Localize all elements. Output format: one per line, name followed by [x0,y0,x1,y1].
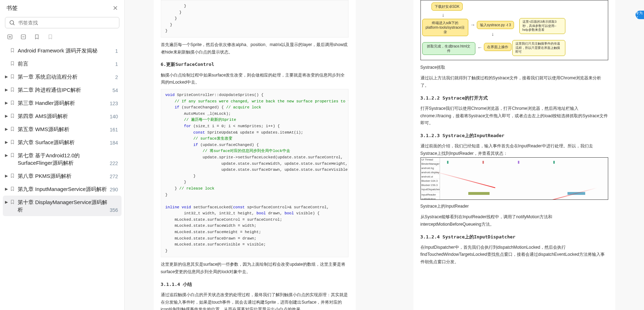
paragraph: 在InputDispatcher中，首先我们会执行到dispatchMotion… [420,244,608,266]
flow-node: 抓取完成，生成trace.html文件 [422,42,475,55]
toc-label: 第八章 PKMS源码解析 [18,172,110,180]
bookmark-icon[interactable] [33,33,40,40]
toc-label: 第一章 系统启动流程分析 [18,73,115,80]
toc-page-number: 1 [115,48,118,54]
add-bookmark-icon[interactable] [6,33,13,40]
chevron-right-icon[interactable]: ▶ [5,74,10,79]
toc-page-number: 184 [110,140,118,146]
toc-page-number: 140 [110,114,118,119]
toc-item[interactable]: ▶第一章 系统启动流程分析2 [3,70,122,83]
toc-label: 第五章 WMS源码解析 [18,125,110,133]
toc-label: 第七章 基于Android12.0的SurfaceFlinger源码解析 [18,152,110,167]
heading: 3.1.2.4 Systrace上的InputDispatcher [420,233,608,241]
paragraph: 通过追踪触摸小白点的开关状态改变的处理过程，最终我们了解到触摸小白点的实现原理：… [161,291,349,310]
bookmark-icon [10,87,16,94]
bookmark-icon [10,61,16,67]
svg-point-0 [10,21,14,24]
bookmark-toolbar [0,32,124,44]
toc-item[interactable]: ▶第九章 InputManagerService源码解析290 [3,182,122,196]
toc-item[interactable]: ▶第六章 Surface源码解析184 [3,136,122,149]
bookmark-icon [10,47,16,54]
bookmark-icon [10,186,16,193]
bookmark-outline-icon[interactable] [47,33,54,40]
toc-item[interactable]: ▶第二章 跨进程通信IPC解析54 [3,83,122,96]
paragraph: 从Systrace能够看到在InputReader线程中，调用了notifyMo… [420,213,608,228]
toc-page-number: 272 [110,174,118,179]
toc-item[interactable]: ▶前言1 [3,57,122,70]
bookmark-icon [10,100,16,107]
toc-item[interactable]: ▶第七章 基于Android12.0的SurfaceFlinger源码解析222 [3,149,122,169]
bookmark-icon [10,126,16,133]
paragraph: 这里更新的信息其实是surface的一些参数，因为上面绘制过程会改变update… [161,261,349,275]
page-right: 下载好安卓SDK ↓ 终端进入sdk下的platform-tools/systr… [413,0,615,310]
bookmark-icon [10,139,16,146]
code-block: } } } } } [161,0,349,38]
side-badge[interactable]: 专为V [635,11,644,19]
bookmark-icon [10,113,16,120]
toc-label: 第六章 Surface源码解析 [18,139,110,146]
search-input[interactable] [18,20,115,26]
toc-label: 第十章 DisplayManagerService源码解析 [18,198,110,213]
flow-node: 输入systrace.py -t 3 [477,21,514,29]
toc-label: Android Framework 源码开发揭秘 [18,47,115,54]
paragraph: 触摸小白点绘制过程中如果surface发生改变，则会做相应的处理，主要就是将改变… [161,72,349,86]
toc-label: 前言 [18,60,115,67]
caption: Systrace上的InputReader [420,203,608,210]
flowchart: 下载好安卓SDK ↓ 终端进入sdk下的platform-tools/systr… [420,0,608,60]
toc-item[interactable]: ▶第三章 Handler源码解析123 [3,96,122,109]
close-icon[interactable]: ✕ [113,4,118,12]
toc-page-number: 161 [110,127,118,133]
chevron-right-icon[interactable]: ▶ [5,88,10,92]
heading: 6.更新SurfaceControl [161,61,349,68]
caption: Systrace抓取 [420,64,608,71]
toc-page-number: 356 [110,207,118,213]
toc-list: ▶Android Framework 源码开发揭秘1▶前言1▶第一章 系统启动流… [0,44,124,310]
heading: 3.1.2.3 Systrace上的InputReader [420,132,608,140]
toc-label: 第九章 InputManagerService源码解析 [18,185,110,193]
chevron-right-icon[interactable]: ▶ [5,101,10,105]
toc-item[interactable]: ▶第四章 AMS源码解析140 [3,109,122,123]
toc-label: 第四章 AMS源码解析 [18,112,110,120]
paragraph: 通过以上方法我们就得到了触摸过程的Systrace文件，接着我们就可以使用Chr… [420,74,608,89]
bookmark-icon [10,152,16,159]
remove-bookmark-icon[interactable] [20,33,27,40]
toc-item[interactable]: ▶第五章 WMS源码解析161 [3,123,122,136]
chevron-right-icon[interactable]: ▶ [5,174,10,178]
page-left: } } } } } 首先遍历每一个Sprite，然后会依次修改alpha、pos… [154,0,356,310]
chevron-right-icon[interactable]: ▶ [5,153,10,158]
chevron-right-icon[interactable]: ▶ [5,114,10,118]
heading: 3.1.2.2 Systrace的打开方式 [420,94,608,102]
bookmarks-sidebar: 书签 ✕ ▶Android Framework 源码开发揭秘1▶前言1▶第一章 … [0,0,125,310]
search-box[interactable] [5,17,119,28]
paragraph: 通过前面的介绍，我们已经知道，输入事件首先会在InputReader中进行处理。… [420,142,608,157]
toc-page-number: 290 [110,187,118,192]
flow-node: 终端进入sdk下的platform-tools/systrace目录 [422,19,468,36]
toc-label: 第二章 跨进程通信IPC解析 [18,86,112,94]
flow-note: 这里我们只关注触摸事件的传递流程，所以只需要在界面上触摸即可 [512,40,565,56]
paragraph: 首先遍历每一个Sprite，然后会依次修改alpha、position、matr… [161,41,349,56]
chevron-right-icon[interactable]: ▶ [5,140,10,145]
sidebar-title: 书签 [6,5,18,12]
flow-node: 下载好安卓SDK [431,2,463,11]
toc-page-number: 222 [110,160,118,166]
bookmark-icon [10,173,16,180]
toc-item[interactable]: ▶第八章 PKMS源码解析272 [3,169,122,182]
toc-page-number: 2 [115,74,118,80]
chevron-right-icon[interactable]: ▶ [5,127,10,131]
systrace-figure: UI ThreadBinderManagerandroid.bgandroid.… [420,157,608,200]
code-block: void SpriteController::doUpdateSprites()… [161,89,349,257]
toc-item[interactable]: ▶Android Framework 源码开发揭秘1 [3,44,122,57]
heading: 3.1.1.4 小结 [161,281,349,288]
flow-note: 这里-t后面的3表示抓取3秒，具体参数可以使用--help参数来查看 [519,18,565,34]
search-icon [9,19,15,26]
svg-line-1 [13,24,14,25]
chevron-right-icon[interactable]: ▶ [5,187,10,191]
toc-item[interactable]: ▶第十章 DisplayManagerService源码解析356 [3,196,122,216]
chevron-right-icon[interactable]: ▶ [5,200,10,204]
bookmark-icon [10,74,16,80]
flow-node: 在界面上操作 [484,43,512,51]
toc-page-number: 54 [112,88,118,93]
bookmark-icon [10,199,16,206]
toc-page-number: 123 [110,101,118,106]
toc-page-number: 1 [115,61,118,67]
